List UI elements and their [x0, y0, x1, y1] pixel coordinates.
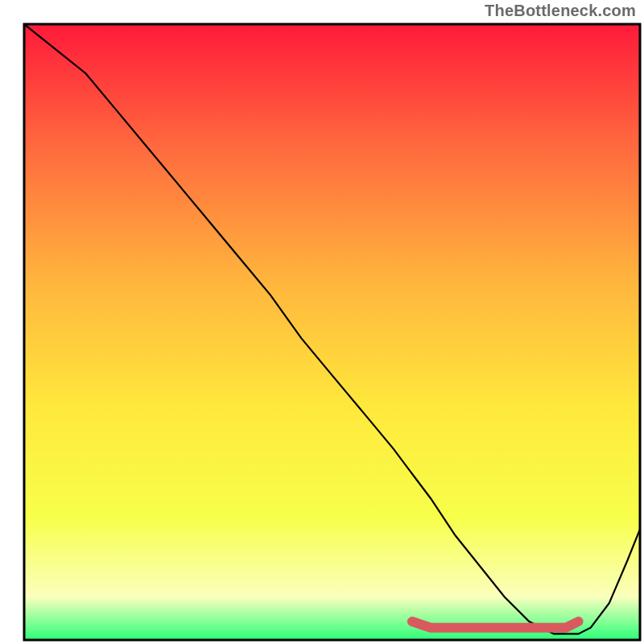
- chart-container: TheBottleneck.com: [0, 0, 644, 644]
- plot-background: [24, 24, 640, 640]
- chart-svg: [0, 0, 644, 644]
- watermark-text: TheBottleneck.com: [485, 2, 636, 20]
